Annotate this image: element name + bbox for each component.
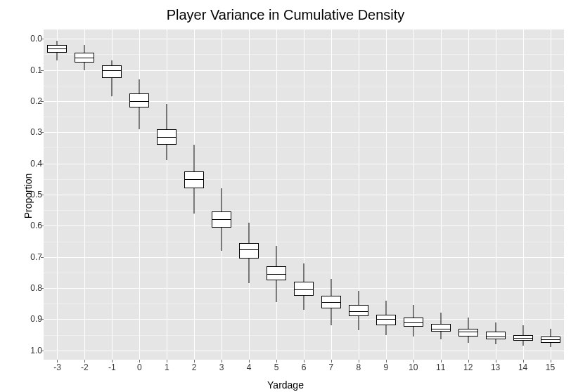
median-line xyxy=(458,332,478,332)
boxplot xyxy=(212,30,231,360)
box xyxy=(47,45,67,53)
boxplot xyxy=(376,30,396,360)
x-tick-mark xyxy=(496,360,496,362)
whisker-lower xyxy=(112,78,113,97)
whisker-lower xyxy=(495,339,496,344)
whisker-upper xyxy=(550,329,551,337)
x-tick-label: 11 xyxy=(436,362,445,372)
chart-container: Player Variance in Cumulative Density Pr… xyxy=(0,0,571,392)
whisker-upper xyxy=(303,263,304,282)
y-tick-mark xyxy=(41,39,44,39)
whisker-lower xyxy=(167,145,167,160)
boxplot xyxy=(321,30,341,360)
x-tick-mark xyxy=(249,360,250,362)
whisker-lower xyxy=(194,188,195,213)
y-tick-mark xyxy=(41,319,44,320)
median-line xyxy=(321,302,341,303)
box xyxy=(458,329,478,337)
whisker-upper xyxy=(385,301,386,315)
box xyxy=(486,332,506,339)
median-line xyxy=(239,249,259,250)
x-tick-label: 0 xyxy=(137,362,142,372)
whisker-upper xyxy=(222,188,222,211)
x-tick-label: 6 xyxy=(302,362,307,372)
median-line xyxy=(376,319,396,320)
boxplot xyxy=(541,30,560,360)
x-tick-mark xyxy=(413,360,414,362)
whisker-lower xyxy=(413,327,413,336)
whisker-upper xyxy=(276,246,277,266)
x-tick-label: -3 xyxy=(53,362,61,372)
whisker-lower xyxy=(358,316,359,330)
x-tick-mark xyxy=(551,360,551,362)
boxplot xyxy=(513,30,533,360)
y-tick-mark xyxy=(41,70,44,71)
whisker-lower xyxy=(249,259,250,283)
x-tick-mark xyxy=(468,360,469,362)
x-tick-mark xyxy=(112,360,113,362)
whisker-upper xyxy=(413,305,413,318)
boxplot xyxy=(486,30,506,360)
median-line xyxy=(404,322,423,323)
box xyxy=(376,315,396,326)
box xyxy=(102,65,122,78)
x-tick-label: 8 xyxy=(357,362,361,372)
whisker-upper xyxy=(249,223,250,243)
x-tick-label: 14 xyxy=(518,362,527,372)
x-tick-label: 2 xyxy=(192,362,197,372)
chart-title: Player Variance in Cumulative Density xyxy=(0,7,571,23)
whisker-upper xyxy=(522,325,523,334)
x-tick-mark xyxy=(441,360,442,362)
boxplot xyxy=(129,30,149,360)
whisker-upper xyxy=(112,60,113,65)
boxplot xyxy=(184,30,204,360)
whisker-upper xyxy=(331,279,331,296)
whisker-lower xyxy=(385,325,386,334)
plot-area xyxy=(44,30,564,360)
whisker-lower xyxy=(331,308,331,325)
whisker-upper xyxy=(495,322,496,332)
x-tick-label: 5 xyxy=(274,362,279,372)
median-line xyxy=(541,339,560,340)
boxplot xyxy=(404,30,423,360)
whisker-lower xyxy=(84,63,85,70)
boxplot xyxy=(458,30,478,360)
whisker-lower xyxy=(139,107,140,129)
whisker-upper xyxy=(440,313,441,324)
median-line xyxy=(349,311,368,312)
boxplot xyxy=(75,30,94,360)
boxplot xyxy=(431,30,451,360)
x-tick-label: 12 xyxy=(463,362,473,372)
y-tick-mark xyxy=(41,257,44,258)
y-tick-mark xyxy=(41,226,44,226)
y-tick-mark xyxy=(41,132,44,133)
x-tick-mark xyxy=(139,360,140,362)
x-tick-mark xyxy=(276,360,277,362)
boxplot xyxy=(239,30,259,360)
whisker-upper xyxy=(358,291,359,305)
median-line xyxy=(294,289,314,290)
whisker-lower xyxy=(57,53,58,60)
boxplot xyxy=(267,30,286,360)
x-tick-label: 4 xyxy=(247,362,252,372)
boxplot xyxy=(102,30,122,360)
y-tick-mark xyxy=(41,351,44,351)
box xyxy=(239,243,259,259)
whisker-upper xyxy=(57,41,58,46)
x-tick-mark xyxy=(523,360,524,362)
x-tick-label: -2 xyxy=(81,362,89,372)
median-line xyxy=(102,70,122,71)
box xyxy=(294,282,314,296)
whisker-upper xyxy=(167,104,167,129)
boxplot xyxy=(157,30,177,360)
boxplot xyxy=(349,30,368,360)
x-tick-label: -1 xyxy=(108,362,116,372)
y-tick-mark xyxy=(41,164,44,164)
whisker-upper xyxy=(194,145,195,171)
x-tick-mark xyxy=(84,360,85,362)
median-line xyxy=(75,58,94,58)
median-line xyxy=(267,274,286,275)
whisker-lower xyxy=(303,296,304,310)
x-tick-mark xyxy=(222,360,222,362)
median-line xyxy=(129,101,149,102)
